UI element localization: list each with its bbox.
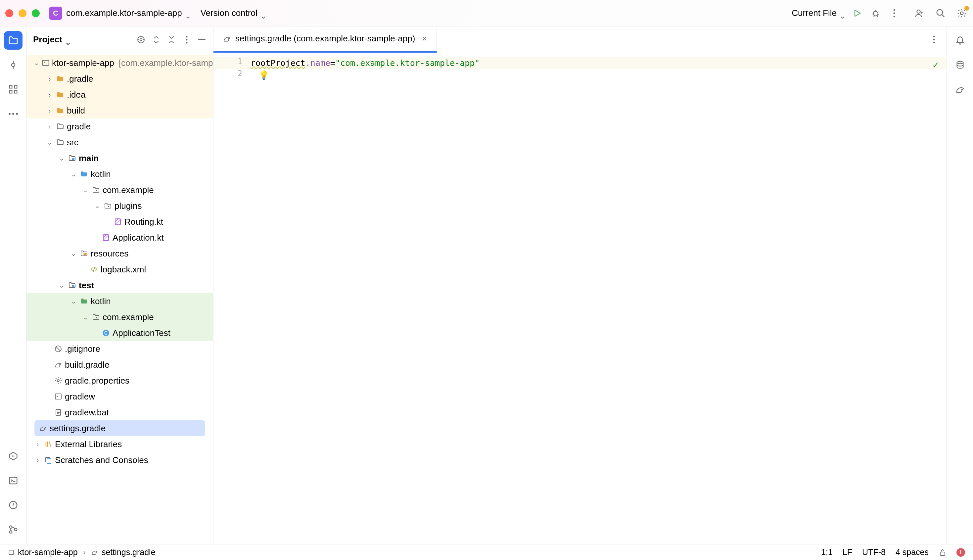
breadcrumb-file[interactable]: settings.gradle: [91, 547, 155, 557]
readonly-toggle-icon[interactable]: [939, 548, 946, 557]
editor-hscrollbar[interactable]: [213, 537, 946, 544]
gradle-tool-button[interactable]: [951, 80, 970, 98]
tree-folder-test[interactable]: ⌄ test: [27, 277, 213, 293]
breadcrumb-root[interactable]: ktor-sample-app: [8, 547, 78, 557]
code-token-ident: rootProject: [250, 58, 305, 68]
tree-label: gradlew.bat: [65, 407, 109, 418]
svg-point-23: [186, 39, 188, 40]
tree-hint: [com.example.ktor-sample-app]: [119, 58, 213, 68]
tree-folder-main[interactable]: ⌄ main: [27, 150, 213, 166]
chevron-right-icon: ›: [46, 75, 53, 83]
tree-package-plugins[interactable]: ⌄ plugins: [27, 198, 213, 214]
project-panel-title[interactable]: Project: [33, 34, 70, 45]
svg-rect-15: [9, 477, 17, 484]
tree-folder-src[interactable]: ⌄ src: [27, 134, 213, 150]
settings-update-dot: [965, 6, 969, 11]
project-tool-button[interactable]: [4, 31, 23, 50]
notifications-tool-button[interactable]: [951, 31, 970, 50]
tree-file-gradle-properties[interactable]: gradle.properties: [27, 373, 213, 388]
tree-file-build-gradle[interactable]: build.gradle: [27, 357, 213, 373]
tree-folder-resources[interactable]: ⌄ resources: [27, 246, 213, 262]
tree-label: main: [79, 153, 99, 163]
tree-scratches[interactable]: › Scratches and Consoles: [27, 452, 213, 468]
database-tool-button[interactable]: [951, 56, 970, 74]
tree-folder-build[interactable]: › build: [27, 103, 213, 118]
status-error-badge[interactable]: !: [956, 548, 965, 557]
inspection-ok-icon[interactable]: ✓: [933, 59, 939, 70]
svg-point-4: [917, 10, 920, 13]
zoom-window-button[interactable]: [32, 9, 40, 17]
status-encoding[interactable]: UTF-8: [862, 547, 886, 557]
svg-point-45: [933, 39, 935, 40]
search-everywhere-button[interactable]: [935, 7, 946, 19]
svg-point-35: [96, 317, 97, 318]
svg-point-18: [9, 531, 12, 533]
tree-label: gradlew: [65, 392, 95, 402]
svg-rect-11: [14, 91, 17, 93]
more-run-actions-button[interactable]: [888, 7, 900, 19]
intention-bulb-icon[interactable]: 💡: [258, 70, 269, 80]
run-config-selector[interactable]: Current File: [791, 8, 845, 18]
tree-package-com-example[interactable]: ⌄ com.example: [27, 182, 213, 198]
tree-file-settings-gradle[interactable]: settings.gradle: [34, 420, 205, 436]
run-button[interactable]: [851, 7, 863, 19]
tree-file-routing[interactable]: Routing.kt: [27, 214, 213, 230]
status-indent[interactable]: 4 spaces: [896, 547, 929, 557]
settings-button[interactable]: [956, 7, 968, 19]
chevron-right-icon: ›: [46, 91, 53, 98]
tree-file-application[interactable]: Application.kt: [27, 230, 213, 246]
editor-tab-settings-gradle[interactable]: settings.gradle (com.example.ktor-sample…: [213, 26, 437, 53]
status-caret-pos[interactable]: 1:1: [821, 547, 833, 557]
tree-file-gradlew-bat[interactable]: gradlew.bat: [27, 405, 213, 420]
tree-external-libraries[interactable]: › External Libraries: [27, 436, 213, 452]
status-line-separator[interactable]: LF: [843, 547, 852, 557]
problems-tool-button[interactable]: [4, 496, 23, 514]
run-config-label: Current File: [791, 8, 836, 18]
select-opened-file-button[interactable]: [137, 35, 146, 44]
tree-folder-kotlin-main[interactable]: ⌄ kotlin: [27, 166, 213, 182]
project-panel: Project: [27, 27, 213, 544]
terminal-tool-button[interactable]: [4, 471, 23, 490]
tree-folder-gradle[interactable]: › gradle: [27, 118, 213, 134]
tree-file-gitignore[interactable]: .gitignore: [27, 341, 213, 357]
more-tool-windows-button[interactable]: [4, 105, 23, 123]
tree-folder-gradle-dot[interactable]: › .gradle: [27, 71, 213, 87]
editor-tab-bar: settings.gradle (com.example.ktor-sample…: [213, 27, 946, 53]
structure-tool-button[interactable]: [4, 80, 23, 98]
shell-icon: [53, 392, 63, 401]
close-tab-button[interactable]: ×: [422, 33, 427, 44]
tree-folder-idea[interactable]: › .idea: [27, 87, 213, 103]
services-tool-button[interactable]: [4, 447, 23, 465]
expand-icon: ⌄: [82, 313, 89, 321]
code-with-me-button[interactable]: [913, 7, 925, 19]
svg-point-24: [186, 42, 188, 43]
tree-package-com-example-test[interactable]: ⌄ com.example: [27, 309, 213, 325]
code-area[interactable]: rootProject.name = "com.example.ktor-sam…: [250, 53, 946, 537]
close-window-button[interactable]: [5, 9, 13, 17]
breadcrumb-label: settings.gradle: [102, 547, 155, 557]
debug-button[interactable]: [870, 7, 881, 19]
panel-options-button[interactable]: [182, 35, 191, 44]
tree-label: Application.kt: [113, 233, 164, 243]
vcs-tool-button[interactable]: [4, 520, 23, 539]
project-selector[interactable]: com.example.ktor-sample-app: [66, 8, 190, 18]
tree-folder-kotlin-test[interactable]: ⌄ kotlin: [27, 293, 213, 309]
tree-file-logback[interactable]: logback.xml: [27, 262, 213, 277]
tree-file-gradlew[interactable]: gradlew: [27, 388, 213, 405]
module-icon: [42, 58, 50, 68]
editor-body[interactable]: 1 2 rootProject.name = "com.example.ktor…: [213, 53, 946, 537]
commit-tool-button[interactable]: [4, 56, 23, 74]
svg-rect-27: [44, 62, 45, 63]
tree-file-application-test[interactable]: C ApplicationTest: [27, 325, 213, 341]
expand-all-button[interactable]: [152, 35, 161, 44]
project-tree[interactable]: ⌄ ktor-sample-app [com.example.ktor-samp…: [27, 53, 213, 544]
editor-tab-options-button[interactable]: [928, 33, 940, 45]
collapse-all-button[interactable]: [167, 35, 176, 44]
hide-panel-button[interactable]: [197, 35, 207, 44]
version-control-widget[interactable]: Version control: [200, 8, 265, 18]
minimize-window-button[interactable]: [18, 9, 27, 17]
tree-label: plugins: [115, 201, 142, 211]
chevron-right-icon: ›: [46, 107, 53, 115]
tree-module-root[interactable]: ⌄ ktor-sample-app [com.example.ktor-samp…: [27, 55, 213, 71]
editor-tab-label: settings.gradle (com.example.ktor-sample…: [235, 33, 415, 44]
